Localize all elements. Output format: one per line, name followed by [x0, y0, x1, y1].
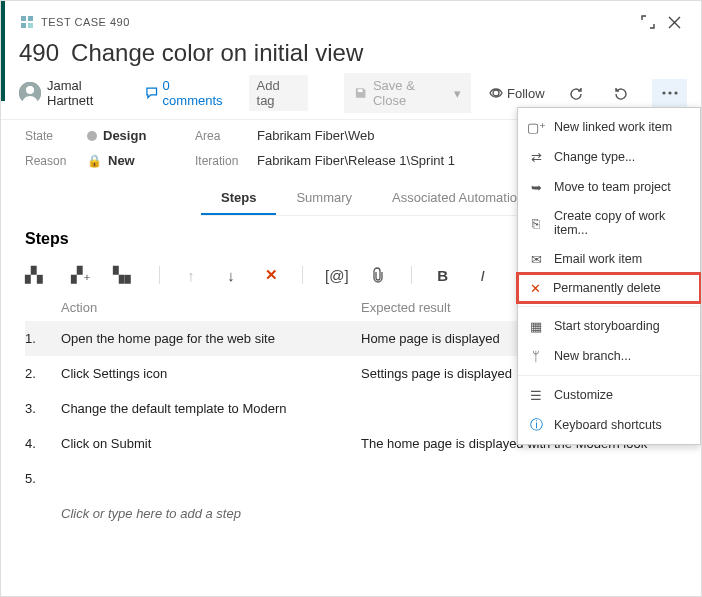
insert-shared-step-icon[interactable]: ▞₊ [71, 266, 91, 284]
new-linked-icon: ▢⁺ [528, 119, 544, 135]
revert-button[interactable] [607, 79, 634, 107]
info-icon: ⓘ [528, 417, 544, 433]
reason-value[interactable]: 🔒New [87, 153, 135, 168]
menu-separator [518, 375, 700, 376]
area-label: Area [195, 129, 257, 143]
bold-icon[interactable]: B [434, 267, 452, 284]
comments-count: 0 comments [163, 78, 231, 108]
col-action-header: Action [61, 300, 361, 315]
menu-separator [518, 306, 700, 307]
state-dot-icon [87, 131, 97, 141]
save-close-button: Save & Close ▾ [344, 73, 471, 113]
mention-icon[interactable]: [@] [325, 267, 349, 284]
more-actions-button[interactable] [652, 79, 687, 107]
svg-point-5 [26, 86, 34, 94]
svg-point-10 [674, 91, 677, 94]
menu-email[interactable]: ✉ Email work item [518, 244, 700, 274]
menu-shortcuts[interactable]: ⓘ Keyboard shortcuts [518, 410, 700, 440]
svg-rect-3 [28, 23, 33, 28]
delete-step-icon[interactable]: ✕ [262, 266, 280, 284]
menu-delete[interactable]: ✕ Permanently delete [516, 272, 702, 304]
chevron-down-icon: ▾ [454, 86, 461, 101]
email-icon: ✉ [528, 251, 544, 267]
svg-point-7 [493, 90, 499, 96]
reason-label: Reason [25, 154, 87, 168]
avatar [19, 82, 41, 104]
copy-icon: ⎘ [528, 215, 544, 231]
work-item-id: 490 [19, 39, 59, 67]
author-name: Jamal Hartnett [47, 78, 127, 108]
insert-step-icon[interactable]: ▞▖ [25, 266, 49, 284]
work-item-type-label: TEST CASE 490 [41, 16, 130, 28]
comments-link[interactable]: 0 comments [145, 78, 230, 108]
branch-icon: ᛘ [528, 348, 544, 364]
svg-rect-2 [21, 23, 26, 28]
attach-icon[interactable] [371, 267, 389, 283]
add-tag-button[interactable]: Add tag [249, 75, 308, 111]
area-value[interactable]: Fabrikam Fiber\Web [257, 128, 375, 143]
menu-customize[interactable]: ☰ Customize [518, 380, 700, 410]
refresh-button[interactable] [563, 79, 590, 107]
new-step-placeholder[interactable]: Click or type here to add a step [25, 496, 683, 531]
close-button[interactable] [661, 9, 687, 35]
tab-steps[interactable]: Steps [201, 182, 276, 215]
menu-branch[interactable]: ᛘ New branch... [518, 341, 700, 371]
menu-new-linked[interactable]: ▢⁺ New linked work item [518, 112, 700, 142]
customize-icon: ☰ [528, 387, 544, 403]
maximize-button[interactable] [635, 9, 661, 35]
iteration-value[interactable]: Fabrikam Fiber\Release 1\Sprint 1 [257, 153, 455, 168]
menu-copy[interactable]: ⎘ Create copy of work item... [518, 202, 700, 244]
move-up-icon[interactable]: ↑ [182, 267, 200, 284]
svg-rect-0 [21, 16, 26, 21]
work-item-title[interactable]: Change color on initial view [71, 39, 363, 67]
svg-rect-6 [357, 89, 362, 92]
menu-storyboard[interactable]: ▦ Start storyboarding [518, 311, 700, 341]
assigned-to[interactable]: Jamal Hartnett [19, 78, 127, 108]
step-row[interactable]: 5. [25, 461, 683, 496]
storyboard-icon: ▦ [528, 318, 544, 334]
actions-context-menu: ▢⁺ New linked work item ⇄ Change type...… [517, 107, 701, 445]
accent-bar [1, 1, 5, 101]
tab-summary[interactable]: Summary [276, 182, 372, 215]
move-icon: ➥ [528, 179, 544, 195]
svg-rect-1 [28, 16, 33, 21]
lock-icon: 🔒 [87, 154, 102, 168]
menu-change-type[interactable]: ⇄ Change type... [518, 142, 700, 172]
menu-move[interactable]: ➥ Move to team project [518, 172, 700, 202]
iteration-label: Iteration [195, 154, 257, 168]
svg-point-8 [662, 91, 665, 94]
follow-button[interactable]: Follow [489, 86, 545, 101]
insert-param-step-icon[interactable]: ▚▖ [113, 266, 137, 284]
move-down-icon[interactable]: ↓ [222, 267, 240, 284]
svg-point-9 [668, 91, 671, 94]
change-type-icon: ⇄ [528, 149, 544, 165]
delete-icon: ✕ [527, 280, 543, 296]
test-case-icon [19, 14, 35, 30]
state-label: State [25, 129, 87, 143]
state-value[interactable]: Design [87, 128, 146, 143]
italic-icon[interactable]: I [474, 267, 492, 284]
